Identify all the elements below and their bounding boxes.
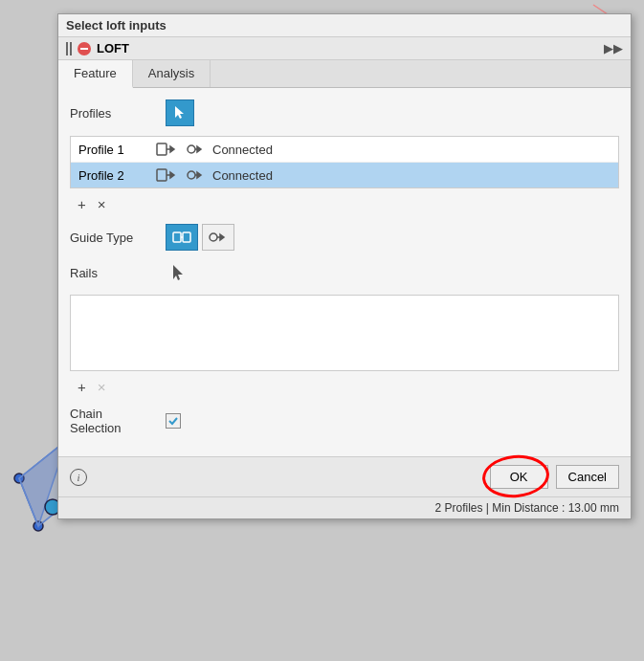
svg-point-18 bbox=[188, 145, 195, 153]
rails-remove-button: × bbox=[96, 379, 108, 395]
svg-marker-32 bbox=[220, 234, 224, 240]
svg-marker-14 bbox=[175, 106, 184, 119]
profile-row-2[interactable]: Profile 2 Connected bbox=[71, 163, 618, 187]
cursor-icon bbox=[172, 105, 188, 121]
rails-add-button[interactable]: + bbox=[76, 379, 88, 395]
form-body: Profiles Profile 1 bbox=[58, 88, 631, 456]
info-icon[interactable]: i bbox=[70, 469, 87, 486]
rails-row: Rails bbox=[70, 260, 619, 285]
profiles-add-button[interactable]: + bbox=[76, 196, 88, 212]
profile-2-name: Profile 2 bbox=[78, 168, 145, 183]
profiles-remove-button[interactable]: × bbox=[96, 196, 108, 212]
tab-analysis[interactable]: Analysis bbox=[133, 60, 211, 87]
svg-rect-28 bbox=[183, 232, 190, 242]
chain-selection-row: Chain Selection bbox=[70, 407, 619, 435]
svg-marker-17 bbox=[170, 146, 174, 152]
profile-2-icon bbox=[155, 166, 176, 184]
rails-cursor-icon bbox=[166, 260, 192, 285]
guide-type-button-1[interactable] bbox=[166, 224, 198, 251]
svg-marker-20 bbox=[197, 146, 201, 152]
ok-button[interactable]: OK bbox=[490, 465, 548, 489]
loft-bar: LOFT ▶▶ bbox=[58, 37, 631, 60]
loft-dialog: Select loft inputs LOFT ▶▶ Feature Analy… bbox=[57, 13, 632, 519]
profile-1-icon bbox=[155, 141, 176, 158]
loft-label: LOFT bbox=[97, 41, 129, 55]
tab-feature[interactable]: Feature bbox=[58, 60, 133, 88]
svg-rect-15 bbox=[157, 143, 167, 155]
guide-type-button-2[interactable] bbox=[202, 224, 234, 251]
cancel-button[interactable]: Cancel bbox=[556, 465, 619, 489]
profile-row-1[interactable]: Profile 1 Connected bbox=[71, 137, 618, 163]
svg-point-24 bbox=[188, 171, 195, 179]
profiles-add-remove-row: + × bbox=[70, 192, 619, 216]
tabs-row: Feature Analysis bbox=[58, 60, 631, 88]
guide-type-icons bbox=[166, 224, 234, 251]
ok-button-wrapper: OK bbox=[490, 465, 548, 489]
chain-selection-checkbox[interactable] bbox=[166, 413, 181, 429]
svg-point-7 bbox=[33, 521, 43, 531]
guide-type-label: Guide Type bbox=[70, 231, 156, 245]
profile-1-name: Profile 1 bbox=[78, 143, 145, 157]
profile-2-connected-icon bbox=[186, 166, 203, 184]
guide-type-row: Guide Type bbox=[70, 224, 619, 251]
drag-handle bbox=[66, 42, 72, 55]
profiles-row: Profiles bbox=[70, 99, 619, 126]
loft-status-icon bbox=[78, 42, 91, 55]
info-icon-container: i bbox=[70, 469, 87, 486]
rails-label: Rails bbox=[70, 266, 156, 280]
profiles-label: Profiles bbox=[70, 106, 156, 121]
svg-rect-27 bbox=[173, 232, 181, 242]
profile-2-status: Connected bbox=[212, 168, 273, 183]
svg-point-4 bbox=[14, 474, 24, 483]
profiles-table: Profile 1 Connected bbox=[70, 136, 619, 188]
profiles-select-button[interactable] bbox=[166, 99, 194, 126]
svg-line-11 bbox=[19, 478, 38, 526]
svg-point-30 bbox=[210, 233, 217, 241]
rails-add-remove-row: + × bbox=[70, 375, 619, 399]
dialog-footer: i OK Cancel bbox=[58, 456, 631, 496]
svg-marker-26 bbox=[197, 172, 201, 178]
svg-rect-21 bbox=[157, 169, 167, 181]
chain-selection-label: Chain Selection bbox=[70, 407, 156, 435]
profile-1-connected-icon bbox=[186, 141, 203, 158]
loft-expand-icon[interactable]: ▶▶ bbox=[604, 41, 623, 55]
svg-marker-23 bbox=[170, 172, 174, 178]
profile-1-status: Connected bbox=[212, 143, 273, 157]
svg-marker-33 bbox=[173, 265, 183, 280]
dialog-title: Select loft inputs bbox=[58, 14, 631, 37]
rails-box bbox=[70, 295, 619, 371]
status-bar: 2 Profiles | Min Distance : 13.00 mm bbox=[58, 496, 631, 518]
